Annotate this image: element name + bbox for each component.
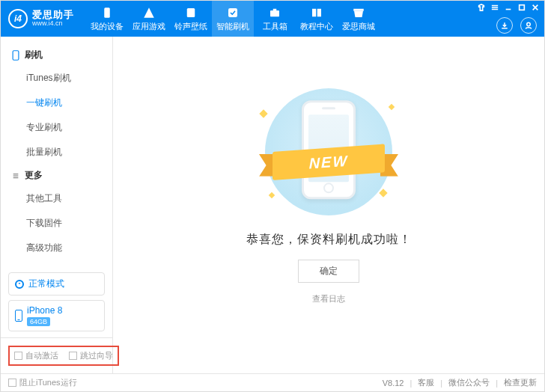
success-illustration: NEW <box>250 88 407 215</box>
wechat-link[interactable]: 微信公众号 <box>448 377 490 388</box>
checkbox-label: 自动激活 <box>25 350 58 361</box>
device-name: iPhone 8 <box>27 305 62 316</box>
flash-options: 自动激活 跳过向导 <box>1 337 112 373</box>
device-mode-label: 正常模式 <box>28 278 64 290</box>
checkbox-icon <box>8 379 16 387</box>
device-small-icon <box>11 51 20 60</box>
svg-rect-6 <box>520 5 525 10</box>
nav-label: 我的设备 <box>91 21 124 32</box>
nav-flash[interactable]: 智能刷机 <box>212 1 254 37</box>
checkbox-label: 跳过向导 <box>80 350 113 361</box>
menu-button[interactable] <box>490 3 499 12</box>
window-controls <box>477 3 540 12</box>
view-log-link[interactable]: 查看日志 <box>312 293 345 304</box>
phone-icon <box>15 310 22 322</box>
ok-button[interactable]: 确定 <box>298 260 359 283</box>
sidebar-group-more[interactable]: 更多 <box>1 165 112 186</box>
svg-rect-1 <box>187 8 195 17</box>
nav-store[interactable]: 爱思商城 <box>338 1 380 37</box>
nav-label: 教程中心 <box>300 21 333 32</box>
svg-rect-3 <box>270 10 279 16</box>
svg-rect-2 <box>228 8 237 17</box>
sidebar-item-download-firmware[interactable]: 下载固件 <box>1 211 112 236</box>
device-icon <box>100 6 114 19</box>
nav-label: 智能刷机 <box>216 21 249 32</box>
svg-rect-5 <box>353 8 364 10</box>
group-title: 刷机 <box>25 49 43 61</box>
nav-toolbox[interactable]: 工具箱 <box>254 1 296 37</box>
status-bar: 阻止iTunes运行 V8.12 | 客服 | 微信公众号 | 检查更新 <box>1 373 544 391</box>
checkbox-auto-activate[interactable]: 自动激活 <box>14 350 58 361</box>
brand-area: i4 爱思助手 www.i4.cn <box>1 1 82 37</box>
nav-apps[interactable]: 应用游戏 <box>128 1 170 37</box>
flash-icon <box>226 6 240 19</box>
device-card[interactable]: iPhone 8 64GB <box>8 300 105 331</box>
version-label: V8.12 <box>383 379 404 388</box>
apps-icon <box>142 6 156 19</box>
sidebar-item-pro-flash[interactable]: 专业刷机 <box>1 115 112 140</box>
nav-label: 应用游戏 <box>133 21 165 32</box>
sidebar-item-advanced[interactable]: 高级功能 <box>1 236 112 260</box>
sidebar-item-itunes-flash[interactable]: iTunes刷机 <box>1 66 112 91</box>
device-capacity-badge: 64GB <box>27 317 50 326</box>
app-header: i4 爱思助手 www.i4.cn 我的设备 应用游戏 铃声壁纸 智能刷机 工具… <box>1 1 544 37</box>
svg-rect-8 <box>13 50 19 59</box>
support-link[interactable]: 客服 <box>418 377 434 388</box>
sidebar-item-batch-flash[interactable]: 批量刷机 <box>1 140 112 165</box>
top-nav: 我的设备 应用游戏 铃声壁纸 智能刷机 工具箱 教程中心 爱思商城 <box>86 1 380 37</box>
check-update-link[interactable]: 检查更新 <box>504 377 537 388</box>
sidebar-item-other-tools[interactable]: 其他工具 <box>1 186 112 211</box>
brand-title: 爱思助手 <box>32 10 74 20</box>
nav-label: 爱思商城 <box>342 21 375 32</box>
highlighted-options: 自动激活 跳过向导 <box>8 346 119 366</box>
refresh-icon <box>15 280 24 289</box>
ribbon-text: NEW <box>272 144 385 180</box>
main-panel: NEW 恭喜您，保资料刷机成功啦！ 确定 查看日志 <box>113 37 544 373</box>
close-button[interactable] <box>531 3 540 12</box>
device-mode-card[interactable]: 正常模式 <box>8 272 105 295</box>
svg-point-7 <box>527 22 531 26</box>
minimize-button[interactable] <box>504 3 513 12</box>
store-icon <box>352 6 365 19</box>
nav-label: 铃声壁纸 <box>174 21 207 32</box>
new-ribbon: NEW <box>272 148 385 177</box>
checkbox-block-itunes[interactable]: 阻止iTunes运行 <box>8 377 77 388</box>
music-icon <box>184 6 198 19</box>
toolbox-icon <box>268 6 281 19</box>
sidebar: 刷机 iTunes刷机 一键刷机 专业刷机 批量刷机 更多 其他工具 下载固件 … <box>1 37 113 373</box>
maximize-button[interactable] <box>517 3 526 12</box>
download-button[interactable] <box>496 17 513 34</box>
nav-tutorials[interactable]: 教程中心 <box>296 1 338 37</box>
nav-ringtones[interactable]: 铃声壁纸 <box>170 1 212 37</box>
book-icon <box>310 6 323 19</box>
svg-rect-4 <box>273 8 277 10</box>
brand-subtitle: www.i4.cn <box>32 20 74 28</box>
more-icon <box>11 171 20 180</box>
nav-label: 工具箱 <box>263 21 287 32</box>
checkbox-label: 阻止iTunes运行 <box>19 377 77 388</box>
user-button[interactable] <box>520 17 537 34</box>
skin-button[interactable] <box>477 3 486 12</box>
group-title: 更多 <box>25 169 43 182</box>
success-message: 恭喜您，保资料刷机成功啦！ <box>246 232 412 248</box>
svg-rect-0 <box>104 7 110 18</box>
logo-icon: i4 <box>8 9 28 28</box>
nav-my-device[interactable]: 我的设备 <box>86 1 128 37</box>
checkbox-skip-guide[interactable]: 跳过向导 <box>69 350 113 361</box>
sidebar-item-onekey-flash[interactable]: 一键刷机 <box>1 91 112 115</box>
checkbox-icon <box>69 352 77 360</box>
header-actions <box>496 17 537 34</box>
checkbox-icon <box>14 352 22 360</box>
sidebar-group-flash[interactable]: 刷机 <box>1 44 112 66</box>
